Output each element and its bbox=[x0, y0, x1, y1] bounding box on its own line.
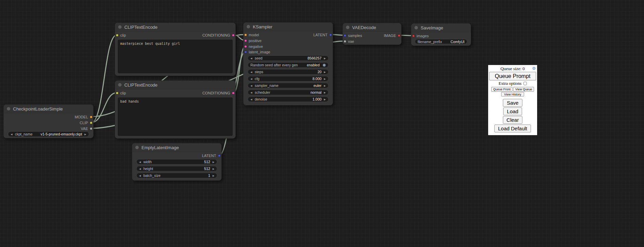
node-title-bar[interactable]: VAEDecode bbox=[343, 23, 401, 32]
prev-value-arrow-icon[interactable]: ◀ bbox=[250, 91, 252, 94]
widget-label: height bbox=[143, 167, 153, 171]
load-button[interactable]: Load bbox=[503, 107, 522, 115]
scheduler-widget[interactable]: ◀ scheduler normal ▶ bbox=[248, 90, 329, 95]
input-port-clip[interactable] bbox=[116, 92, 119, 94]
queue-size-label: Queue size: 0 bbox=[500, 66, 525, 71]
queue-actions-row: Queue Front View Queue bbox=[489, 87, 536, 92]
next-value-arrow-icon[interactable]: ▶ bbox=[324, 84, 326, 87]
output-label-conditioning: CONDITIONING bbox=[202, 33, 230, 38]
output-port-vae[interactable] bbox=[90, 127, 92, 130]
input-port-samples[interactable] bbox=[344, 34, 346, 37]
denoise-widget[interactable]: ◀ denoise 1.000 ▶ bbox=[248, 96, 329, 102]
prev-value-arrow-icon[interactable]: ◀ bbox=[250, 84, 252, 87]
widget-label: ckpt_name bbox=[15, 132, 32, 136]
widget-value: normal bbox=[311, 90, 322, 94]
node-collapse-dot-icon[interactable] bbox=[118, 83, 122, 87]
extra-options-checkbox[interactable] bbox=[523, 82, 527, 85]
negative-prompt-textarea[interactable]: bad hands bbox=[118, 98, 233, 136]
node-title-bar[interactable]: CLIPTextEncode bbox=[115, 81, 235, 89]
decrement-arrow-icon[interactable]: ◀ bbox=[250, 98, 252, 101]
input-port-vae[interactable] bbox=[344, 40, 346, 43]
seed-widget[interactable]: ◀ seed 8566257 ▶ bbox=[248, 55, 329, 61]
widget-label: filename_prefix bbox=[418, 40, 442, 44]
queue-size-row: Queue size: 0 ⚙ bbox=[489, 66, 536, 72]
decrement-arrow-icon[interactable]: ◀ bbox=[250, 57, 252, 60]
decrement-arrow-icon[interactable]: ◀ bbox=[250, 78, 252, 80]
widget-label: steps bbox=[255, 70, 263, 74]
increment-arrow-icon[interactable]: ▶ bbox=[324, 78, 326, 80]
settings-gear-icon[interactable]: ⚙ bbox=[532, 66, 536, 70]
widget-value: 1.000 bbox=[312, 97, 321, 101]
increment-arrow-icon[interactable]: ▶ bbox=[324, 71, 326, 73]
save-button[interactable]: Save bbox=[503, 99, 522, 107]
output-port-conditioning[interactable] bbox=[232, 34, 235, 37]
input-port-model[interactable] bbox=[244, 34, 247, 36]
view-history-button[interactable]: View History bbox=[501, 92, 524, 96]
queue-front-button[interactable]: Queue Front bbox=[491, 87, 513, 92]
output-port-model[interactable] bbox=[90, 116, 92, 118]
node-vae-decode[interactable]: VAEDecode samples vae IMAGE bbox=[343, 23, 401, 45]
sampler-name-widget[interactable]: ◀ sampler_name euler ▶ bbox=[248, 83, 329, 88]
input-port-positive[interactable] bbox=[244, 39, 247, 42]
output-port-conditioning[interactable] bbox=[232, 92, 235, 94]
node-title-bar[interactable]: KSampler bbox=[244, 23, 333, 31]
output-port-latent[interactable] bbox=[218, 154, 221, 157]
prev-value-arrow-icon[interactable]: ◀ bbox=[11, 133, 12, 135]
increment-arrow-icon[interactable]: ▶ bbox=[324, 57, 326, 60]
cfg-widget[interactable]: ◀ cfg 8.000 ▶ bbox=[248, 76, 329, 81]
input-label-latent-image: latent_image bbox=[249, 50, 270, 54]
input-label-clip: clip bbox=[120, 33, 126, 38]
random-seed-toggle[interactable]: Random seed after every gen enabled bbox=[248, 62, 329, 68]
view-queue-button[interactable]: View Queue bbox=[513, 87, 534, 92]
node-clip-text-encode-positive[interactable]: CLIPTextEncode clip CONDITIONING masterp… bbox=[115, 23, 236, 76]
decrement-arrow-icon[interactable]: ◀ bbox=[139, 174, 141, 177]
width-widget[interactable]: ◀ width 512 ▶ bbox=[136, 159, 217, 165]
node-collapse-dot-icon[interactable] bbox=[118, 25, 122, 29]
increment-arrow-icon[interactable]: ▶ bbox=[213, 174, 214, 177]
load-default-button[interactable]: Load Default bbox=[494, 125, 531, 132]
node-ksampler[interactable]: KSampler model positive negative latent_… bbox=[243, 22, 333, 105]
decrement-arrow-icon[interactable]: ◀ bbox=[250, 71, 252, 73]
steps-widget[interactable]: ◀ steps 20 ▶ bbox=[248, 69, 329, 75]
widget-value: 20 bbox=[318, 70, 322, 74]
decrement-arrow-icon[interactable]: ◀ bbox=[139, 161, 141, 163]
node-collapse-dot-icon[interactable] bbox=[135, 146, 139, 149]
widget-label: Random seed after every gen bbox=[250, 63, 298, 67]
increment-arrow-icon[interactable]: ▶ bbox=[213, 168, 214, 170]
node-collapse-dot-icon[interactable] bbox=[346, 26, 349, 29]
node-save-image[interactable]: SaveImage images filename_prefix ComfyUI bbox=[411, 23, 471, 46]
positive-prompt-textarea[interactable]: masterpiece best quality girl bbox=[118, 40, 233, 73]
node-collapse-dot-icon[interactable] bbox=[414, 26, 418, 29]
node-title-bar[interactable]: CheckpointLoaderSimple bbox=[4, 105, 93, 113]
graph-canvas[interactable]: CheckpointLoaderSimple MODEL CLIP VAE ◀ … bbox=[0, 0, 644, 247]
output-port-clip[interactable] bbox=[90, 121, 92, 124]
node-empty-latent-image[interactable]: EmptyLatentImage LATENT ◀ width 512 ▶ ◀ … bbox=[132, 143, 222, 181]
height-widget[interactable]: ◀ height 512 ▶ bbox=[136, 166, 217, 171]
input-port-clip[interactable] bbox=[116, 34, 119, 37]
increment-arrow-icon[interactable]: ▶ bbox=[213, 161, 214, 163]
node-clip-text-encode-negative[interactable]: CLIPTextEncode clip CONDITIONING bad han… bbox=[115, 80, 236, 139]
batch-size-widget[interactable]: ◀ batch_size 1 ▶ bbox=[136, 173, 217, 178]
node-title-bar[interactable]: SaveImage bbox=[411, 24, 471, 32]
widget-label: batch_size bbox=[143, 173, 160, 178]
clear-button[interactable]: Clear bbox=[503, 116, 523, 124]
increment-arrow-icon[interactable]: ▶ bbox=[324, 98, 326, 101]
output-port-image[interactable] bbox=[398, 34, 400, 37]
filename-prefix-widget[interactable]: filename_prefix ComfyUI bbox=[415, 39, 467, 44]
input-port-latent-image[interactable] bbox=[244, 51, 247, 53]
node-title-bar[interactable]: EmptyLatentImage bbox=[132, 143, 221, 152]
node-collapse-dot-icon[interactable] bbox=[247, 25, 250, 28]
decrement-arrow-icon[interactable]: ◀ bbox=[139, 168, 141, 170]
next-value-arrow-icon[interactable]: ▶ bbox=[324, 91, 326, 94]
output-port-latent[interactable] bbox=[329, 34, 332, 36]
node-checkpoint-loader-simple[interactable]: CheckpointLoaderSimple MODEL CLIP VAE ◀ … bbox=[3, 104, 94, 138]
next-value-arrow-icon[interactable]: ▶ bbox=[85, 133, 86, 135]
input-port-images[interactable] bbox=[412, 35, 415, 37]
node-title-bar[interactable]: CLIPTextEncode bbox=[115, 23, 235, 31]
toggle-on-indicator-icon bbox=[323, 64, 326, 67]
input-port-negative[interactable] bbox=[244, 45, 247, 48]
ckpt-name-widget[interactable]: ◀ ckpt_name v1-5-pruned-emaonly.ckpt ▶ bbox=[8, 131, 89, 137]
output-label-model: MODEL bbox=[75, 115, 88, 119]
queue-prompt-button[interactable]: Queue Prompt bbox=[489, 72, 536, 80]
node-collapse-dot-icon[interactable] bbox=[7, 107, 10, 110]
